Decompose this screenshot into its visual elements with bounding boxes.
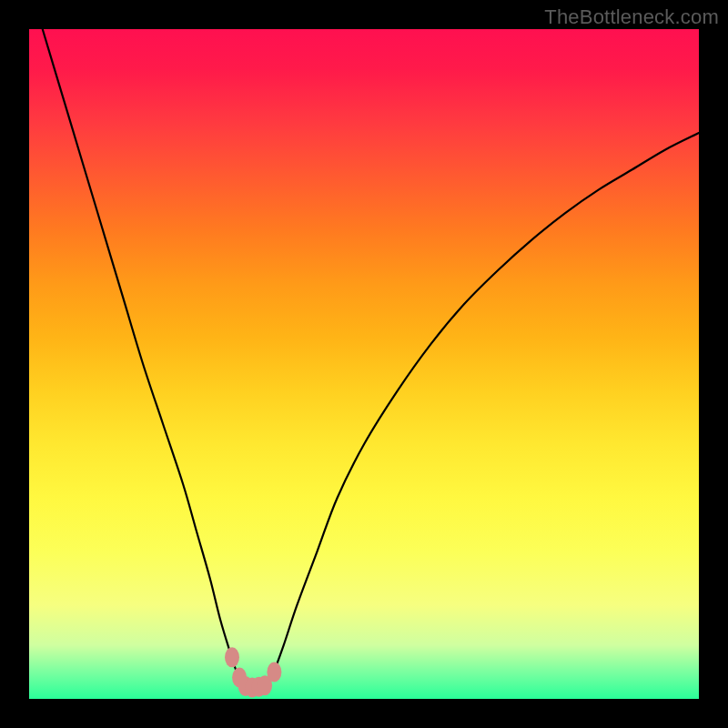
salmon-marker-group (225, 647, 281, 697)
bottleneck-curve-line (43, 29, 699, 687)
chart-plot-area (29, 29, 699, 699)
salmon-marker (267, 662, 281, 682)
salmon-marker (225, 647, 239, 667)
watermark-text: TheBottleneck.com (544, 5, 719, 29)
chart-svg (29, 29, 699, 699)
